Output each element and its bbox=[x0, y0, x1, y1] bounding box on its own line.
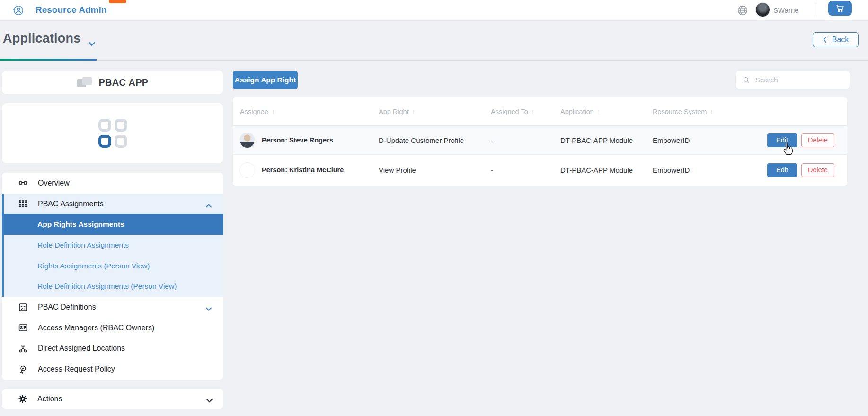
app-name-card: PBAC APP bbox=[2, 71, 223, 94]
sidebar-item-role-definition-assignments[interactable]: Role Definition Assignments bbox=[2, 235, 223, 256]
sidebar-item-access-request-policy[interactable]: Access Request Policy bbox=[2, 359, 223, 380]
application-cell: DT-PBAC-APP Module bbox=[553, 166, 646, 174]
back-label: Back bbox=[832, 35, 849, 44]
assignee-name: Person: Kristina McClure bbox=[262, 166, 344, 174]
globe-icon[interactable] bbox=[736, 4, 749, 17]
sidebar-item-label: Access Managers (RBAC Owners) bbox=[38, 324, 154, 332]
people-group-icon bbox=[18, 199, 28, 209]
sort-ascending-icon[interactable]: ↑ bbox=[597, 108, 601, 115]
chevron-left-icon bbox=[823, 36, 827, 43]
app-logo-icon bbox=[98, 119, 127, 148]
sidebar-item-label: Direct Assigned Locations bbox=[38, 344, 125, 353]
table-row: Person: Steve Rogers D-Update Customer P… bbox=[233, 126, 847, 155]
app-name: PBAC APP bbox=[98, 77, 148, 88]
sidebar-item-app-rights-assignments[interactable]: App Rights Assignments bbox=[2, 214, 223, 235]
app-right-cell: View Profile bbox=[372, 166, 484, 174]
sort-ascending-icon[interactable]: ↑ bbox=[710, 108, 713, 115]
sidebar-item-access-managers[interactable]: Access Managers (RBAC Owners) bbox=[2, 318, 223, 338]
resource-system-cell: EmpowerID bbox=[646, 136, 738, 144]
table-header-row: Assignee ↑ App Right ↑ Assigned To ↑ App… bbox=[233, 97, 847, 126]
page-title: Applications bbox=[3, 31, 80, 46]
application-cell: DT-PBAC-APP Module bbox=[553, 136, 646, 144]
sidebar-item-label: Overview bbox=[38, 179, 70, 187]
checklist-icon bbox=[18, 302, 28, 312]
hand-cursor-icon bbox=[781, 142, 794, 157]
sidebar-item-overview[interactable]: Overview bbox=[2, 173, 223, 194]
sidebar-item-role-definition-assignments-person-view[interactable]: Role Definition Assignments (Person View… bbox=[2, 276, 223, 297]
column-header-resource-system[interactable]: Resource System ↑ bbox=[646, 108, 738, 115]
actions-label: Actions bbox=[37, 395, 62, 403]
header-divider bbox=[0, 60, 868, 61]
chevron-down-icon[interactable] bbox=[205, 305, 212, 310]
sidebar-item-rights-assignments-person-view[interactable]: Rights Assignments (Person View) bbox=[2, 256, 223, 276]
sidebar-item-label: PBAC Assignments bbox=[38, 200, 104, 208]
app-logo-card bbox=[2, 103, 223, 163]
page-title-chevron-down-icon[interactable] bbox=[88, 40, 96, 45]
delete-button[interactable]: Delete bbox=[801, 163, 834, 177]
sidebar-item-direct-assigned-locations[interactable]: Direct Assigned Locations bbox=[2, 338, 223, 359]
gear-icon bbox=[18, 394, 27, 404]
active-tab-indicator bbox=[0, 59, 97, 61]
table-row: Person: Kristina McClure View Profile - … bbox=[233, 155, 847, 185]
actions-menu[interactable]: Actions bbox=[2, 389, 223, 409]
column-header-application[interactable]: Application ↑ bbox=[553, 108, 646, 115]
app-title: Resource Admin bbox=[35, 5, 106, 15]
resource-system-cell: EmpowerID bbox=[646, 166, 738, 174]
policy-badge-icon bbox=[18, 364, 28, 374]
edit-button[interactable]: Edit bbox=[767, 163, 797, 177]
app-right-cell: D-Update Customer Profile bbox=[372, 136, 484, 144]
column-header-app-right[interactable]: App Right ↑ bbox=[372, 108, 484, 115]
chevron-up-icon[interactable] bbox=[205, 202, 212, 206]
cart-button[interactable] bbox=[828, 1, 852, 16]
title-badge bbox=[109, 0, 126, 3]
sidebar-item-label: Access Request Policy bbox=[38, 365, 115, 373]
sort-ascending-icon[interactable]: ↑ bbox=[412, 108, 416, 115]
sidebar-item-label: PBAC Definitions bbox=[38, 303, 96, 311]
sort-ascending-icon[interactable]: ↑ bbox=[531, 108, 535, 115]
assigned-to-cell: - bbox=[484, 136, 553, 144]
glasses-icon bbox=[18, 178, 28, 188]
top-bar: Resource Admin SWarne bbox=[0, 0, 868, 21]
topbar-divider bbox=[816, 3, 816, 18]
app-icon bbox=[77, 76, 93, 89]
back-button[interactable]: Back bbox=[813, 32, 859, 47]
search-box bbox=[736, 71, 850, 89]
id-card-icon bbox=[18, 323, 28, 333]
sort-ascending-icon[interactable]: ↑ bbox=[272, 108, 275, 115]
assign-app-right-button[interactable]: Assign App Right bbox=[233, 71, 298, 89]
resource-admin-logo-icon bbox=[11, 4, 25, 17]
assigned-to-cell: - bbox=[484, 166, 553, 174]
column-header-assignee[interactable]: Assignee ↑ bbox=[233, 108, 372, 115]
assignee-avatar bbox=[240, 163, 255, 177]
hierarchy-icon bbox=[18, 344, 28, 354]
column-header-assigned-to[interactable]: Assigned To ↑ bbox=[484, 108, 553, 115]
assignee-name: Person: Steve Rogers bbox=[262, 136, 333, 144]
user-avatar[interactable] bbox=[756, 3, 770, 17]
username[interactable]: SWarne bbox=[773, 6, 799, 14]
delete-button[interactable]: Delete bbox=[801, 133, 834, 147]
assignee-avatar bbox=[240, 133, 255, 148]
cart-icon bbox=[835, 4, 845, 13]
search-icon bbox=[742, 76, 751, 84]
assignments-table: Assignee ↑ App Right ↑ Assigned To ↑ App… bbox=[233, 97, 847, 186]
sidebar-item-pbac-assignments[interactable]: PBAC Assignments bbox=[2, 194, 223, 214]
sidebar-menu: Overview PBAC Assignments App Rights Ass… bbox=[2, 173, 223, 380]
search-input[interactable] bbox=[755, 76, 850, 84]
chevron-down-icon[interactable] bbox=[206, 397, 213, 402]
sidebar-item-pbac-definitions[interactable]: PBAC Definitions bbox=[2, 297, 223, 318]
